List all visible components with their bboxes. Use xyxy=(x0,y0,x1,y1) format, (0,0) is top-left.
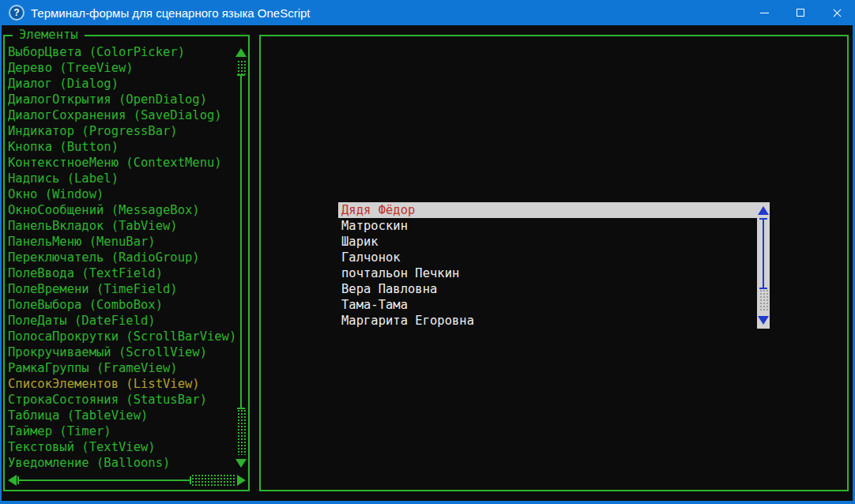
list-item[interactable]: КонтекстноеМеню (ContextMenu) xyxy=(8,155,237,171)
scroll-left-arrow-icon[interactable] xyxy=(6,475,17,486)
list-item[interactable]: ПолосаПрокрутки (ScrollBarView) xyxy=(8,329,237,344)
list-item[interactable]: Шарик xyxy=(338,234,757,250)
elements-vertical-scrollbar[interactable] xyxy=(235,44,247,471)
minimize-icon xyxy=(760,13,769,13)
minimize-button[interactable] xyxy=(746,0,782,25)
help-glyph: ? xyxy=(13,8,19,17)
app-window: ? Терминал-формы для сценарного языка On… xyxy=(0,0,855,504)
list-item[interactable]: СтрокаСостояния (StatusBar) xyxy=(8,392,237,408)
maximize-button[interactable] xyxy=(782,0,819,25)
scroll-thumb[interactable] xyxy=(759,218,767,289)
list-item[interactable]: Диалог (Dialog) xyxy=(8,76,237,92)
names-list[interactable]: Дядя ФёдорМатроскинШарикГалчонокпочтальо… xyxy=(338,202,757,329)
list-item[interactable]: Маргарита Егоровна xyxy=(338,313,757,329)
list-item[interactable]: ВыборЦвета (ColorPicker) xyxy=(8,44,237,60)
list-item[interactable]: ПанельМеню (MenuBar) xyxy=(8,234,237,250)
list-item[interactable]: Таблица (TableView) xyxy=(8,408,237,423)
list-item[interactable]: Тама-Тама xyxy=(338,297,757,313)
maximize-icon xyxy=(797,9,804,17)
list-item[interactable]: Прокручиваемый (ScrollView) xyxy=(8,344,237,360)
close-icon xyxy=(832,8,842,18)
scroll-track[interactable] xyxy=(759,289,768,311)
scroll-track[interactable] xyxy=(237,60,246,74)
window-border-bottom xyxy=(0,501,855,504)
list-item[interactable]: Уведомление (Balloons) xyxy=(8,455,237,471)
list-item[interactable]: СписокЭлементов (ListView) xyxy=(8,376,237,392)
list-item[interactable]: ПолеВвода (TextField) xyxy=(8,265,237,281)
elements-frame: Элементы ВыборЦвета (ColorPicker)Дерево … xyxy=(3,35,250,491)
list-item[interactable]: Дядя Фёдор xyxy=(338,202,757,218)
list-item[interactable]: РамкаГруппы (FrameView) xyxy=(8,360,237,376)
elements-horizontal-scrollbar[interactable] xyxy=(6,472,247,488)
listview-vertical-scrollbar[interactable] xyxy=(757,202,770,329)
form-frame: Дядя ФёдорМатроскинШарикГалчонокпочтальо… xyxy=(259,35,849,491)
list-item[interactable]: Галчонок xyxy=(338,250,757,265)
help-circle-icon[interactable]: ? xyxy=(9,5,24,21)
elements-frame-title: Элементы xyxy=(13,28,85,42)
scroll-track[interactable] xyxy=(237,409,246,455)
list-item[interactable]: ДиалогСохранения (SaveDialog) xyxy=(8,107,237,123)
list-item[interactable]: Матроскин xyxy=(338,218,757,234)
list-item[interactable]: ПолеДаты (DateField) xyxy=(8,313,237,329)
list-item[interactable]: Текстовый (TextView) xyxy=(8,439,237,455)
scroll-up-arrow-icon[interactable] xyxy=(758,202,769,218)
window-controls xyxy=(746,0,855,25)
scroll-thumb[interactable] xyxy=(237,74,245,409)
list-item[interactable]: почтальон Печкин xyxy=(338,265,757,281)
list-item[interactable]: ПолеВремени (TimeField) xyxy=(8,281,237,297)
terminal-content: Элементы ВыборЦвета (ColorPicker)Дерево … xyxy=(2,25,853,501)
scroll-right-arrow-icon[interactable] xyxy=(235,475,247,486)
list-item[interactable]: Вера Павловна xyxy=(338,281,757,297)
scroll-down-arrow-icon[interactable] xyxy=(235,455,247,471)
titlebar[interactable]: ? Терминал-формы для сценарного языка On… xyxy=(0,0,855,25)
scroll-down-arrow-icon[interactable] xyxy=(758,311,769,329)
list-item[interactable]: Окно (Window) xyxy=(8,186,237,202)
list-item[interactable]: Индикатор (ProgressBar) xyxy=(8,123,237,139)
list-item[interactable]: ОкноСообщений (MessageBox) xyxy=(8,202,237,218)
list-item[interactable]: Переключатель (RadioGroup) xyxy=(8,250,237,265)
list-item[interactable]: ДиалогОткрытия (OpenDialog) xyxy=(8,92,237,107)
list-item[interactable]: Надпись (Label) xyxy=(8,171,237,186)
listview-demo: Дядя ФёдорМатроскинШарикГалчонокпочтальо… xyxy=(338,202,770,329)
list-item[interactable]: ПолеВыбора (ComboBox) xyxy=(8,297,237,313)
close-button[interactable] xyxy=(819,0,855,25)
list-item[interactable]: Дерево (TreeView) xyxy=(8,60,237,76)
list-item[interactable]: ПанельВкладок (TabView) xyxy=(8,218,237,234)
list-item[interactable]: Кнопка (Button) xyxy=(8,139,237,155)
scroll-up-arrow-icon[interactable] xyxy=(235,44,247,60)
list-item[interactable]: Таймер (Timer) xyxy=(8,423,237,439)
elements-list[interactable]: ВыборЦвета (ColorPicker)Дерево (TreeView… xyxy=(8,44,237,471)
window-title: Терминал-формы для сценарного языка OneS… xyxy=(31,6,311,20)
scroll-thumb[interactable] xyxy=(17,476,191,484)
scroll-track[interactable] xyxy=(191,474,235,487)
